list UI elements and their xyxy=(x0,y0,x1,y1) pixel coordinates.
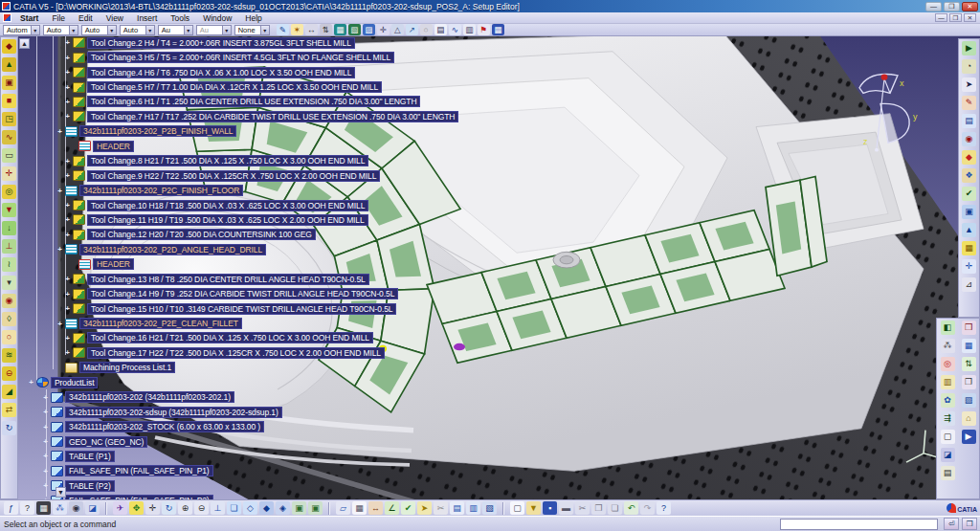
chevron-down-icon[interactable]: ▾ xyxy=(69,26,78,34)
tree-node-label[interactable]: TABLE (P1) xyxy=(65,451,115,462)
notebook-icon[interactable]: ▥ xyxy=(463,24,476,35)
multi-view-icon[interactable]: ❏ xyxy=(227,501,241,515)
in-process-model-icon[interactable]: ◧ xyxy=(941,321,955,335)
copy-transform-icon[interactable]: ❐ xyxy=(962,375,976,389)
fly-mode-icon[interactable]: ✈ xyxy=(113,501,127,515)
scene-2-icon[interactable]: ▣ xyxy=(308,501,323,515)
tree-node-label[interactable]: 342b1111pf0203-202_STOCK (6.00 x 63.00 x… xyxy=(65,421,264,432)
menu-item[interactable]: Start xyxy=(13,12,45,24)
tree-expander[interactable]: + xyxy=(56,245,64,254)
zoom-in-icon[interactable]: ⊕ xyxy=(178,501,192,515)
mdi-close-button[interactable]: ✕ xyxy=(964,13,976,22)
chart-window-icon[interactable]: ▧ xyxy=(482,501,497,515)
back-boring-icon[interactable]: ⊖ xyxy=(2,366,16,381)
cut-icon[interactable]: ✂ xyxy=(575,501,590,515)
tree-expander[interactable]: + xyxy=(56,127,64,136)
spline-icon[interactable]: ∿ xyxy=(449,24,461,35)
arrow-snap-icon[interactable]: ↗ xyxy=(406,24,418,35)
render-style-icon[interactable]: ▧ xyxy=(348,24,361,35)
curve-following-icon[interactable]: ∿ xyxy=(2,130,16,144)
time-analysis-icon[interactable]: ◔ xyxy=(962,59,976,74)
circle-tool-icon[interactable]: ○ xyxy=(420,24,433,35)
command-input[interactable] xyxy=(780,519,938,530)
tree-node-label[interactable]: Tool Change.7 H17 / T17 .252 DIA CARBIDE… xyxy=(87,111,458,122)
chevron-down-icon[interactable]: ▾ xyxy=(222,26,231,34)
plane-snap-icon[interactable]: △ xyxy=(391,24,404,35)
spot-drilling-icon[interactable]: ▼ xyxy=(2,203,16,217)
tree-node-label[interactable]: Tool Change.6 H1 / T1 .250 DIA CENTER DR… xyxy=(87,96,420,107)
fit-all-in-icon[interactable]: ✥ xyxy=(129,501,144,515)
batch-queue-icon[interactable]: ❒ xyxy=(962,321,976,335)
reorder-icon[interactable]: ⇅ xyxy=(962,357,976,371)
whats-this-icon[interactable]: ? xyxy=(657,501,671,515)
zoom-out-icon[interactable]: ⊖ xyxy=(194,501,209,515)
chevron-down-icon[interactable]: ▾ xyxy=(260,26,269,34)
tree-expander[interactable]: + xyxy=(41,452,50,460)
edit-operation-icon[interactable]: ✎ xyxy=(962,96,976,110)
open-document-icon[interactable]: ▼ xyxy=(526,501,541,515)
tree-node-label[interactable]: 342b1111pf0203-202-sdsup (342b1111pf0203… xyxy=(65,407,282,418)
tree-node-label[interactable]: 342b1111pf0203-202_P2C_FINISH_FLOOR xyxy=(79,185,243,196)
chevron-down-icon[interactable]: ▾ xyxy=(31,26,39,34)
tree-node-label[interactable]: Tool Change.9 H22 / T22 .500 DIA X .125C… xyxy=(87,170,380,182)
scene-image-icon[interactable]: ▨ xyxy=(363,24,375,35)
undo-icon[interactable]: ↶ xyxy=(624,501,638,515)
tree-node-label[interactable]: ProductList xyxy=(51,377,98,388)
tree-node-label[interactable]: Tool Change.12 H20 / T20 .500 DIA COUNTE… xyxy=(87,229,316,240)
menu-item[interactable]: Insert xyxy=(130,12,164,24)
tree-node-label[interactable]: Tool Change.14 H9 / T9 .252 DIA CARBIDE … xyxy=(87,288,398,299)
iso-view-icon[interactable]: ◇ xyxy=(243,501,257,515)
axis-transform-icon[interactable]: ✛ xyxy=(962,259,976,274)
post-processor-icon[interactable]: ⇶ xyxy=(941,411,955,426)
drilling-icon[interactable]: ↓ xyxy=(2,221,16,235)
auto-combo[interactable]: Autom ▾ xyxy=(3,25,40,35)
tree-node-label[interactable]: Tool Change.11 H19 / T19 .500 DIA X .03 … xyxy=(87,214,368,226)
auto-combo[interactable]: None ▾ xyxy=(234,25,270,35)
tree-expander[interactable]: + xyxy=(41,393,50,402)
tree-node-label[interactable]: HEADER xyxy=(93,141,134,152)
tree-expander[interactable]: + xyxy=(63,171,72,180)
pan-icon[interactable]: ✛ xyxy=(145,501,160,515)
export-video-icon[interactable]: ▶ xyxy=(962,430,976,444)
redo-icon[interactable]: ↷ xyxy=(640,501,655,515)
maximize-button[interactable]: ❐ xyxy=(944,2,960,11)
tree-node-label[interactable]: FAIL_SAFE_PIN (FAIL_SAFE_PIN_P1) xyxy=(65,465,213,476)
doc-window-icon[interactable]: ❒ xyxy=(962,518,977,530)
flag-note-icon[interactable]: ⚑ xyxy=(478,24,490,35)
menu-item[interactable]: Window xyxy=(196,12,238,24)
tree-node-label[interactable]: 342b1111pf0203-202 (342b1111pf0203-202.1… xyxy=(65,391,234,403)
photo-render-icon[interactable]: ❖ xyxy=(962,168,976,183)
tree-node-label[interactable]: Tool Change.2 H4 / T4 = 2.000+.06R INSER… xyxy=(87,37,355,49)
new-sheet-icon[interactable]: ▤ xyxy=(434,24,447,35)
tooltip-icon[interactable]: ? xyxy=(20,501,34,515)
chamfering-icon[interactable]: ◢ xyxy=(2,385,16,399)
tree-expander[interactable]: + xyxy=(41,481,50,490)
tree-node-label[interactable]: Tool Change.13 H8 / T8 .250 DIA CENTER D… xyxy=(87,274,369,285)
chevron-down-icon[interactable]: ▾ xyxy=(184,26,192,34)
sweep-roughing-icon[interactable]: ▲ xyxy=(2,57,16,72)
tree-expander[interactable]: + xyxy=(63,275,72,283)
tree-expander[interactable]: + xyxy=(63,201,72,210)
shaded-view-icon[interactable]: ◆ xyxy=(259,501,274,515)
video-simulation-icon[interactable]: ◉ xyxy=(962,132,976,146)
material-removal-icon[interactable]: ◆ xyxy=(962,150,976,165)
tree-expander[interactable]: + xyxy=(41,423,50,431)
tree-node-label[interactable]: HEADER xyxy=(93,258,134,270)
constraints-icon[interactable]: ⊿ xyxy=(962,277,976,292)
auto-combo[interactable]: Auto ▾ xyxy=(43,25,78,35)
eraser-prism-icon[interactable]: ▱ xyxy=(336,501,350,515)
new-document-icon[interactable]: ▢ xyxy=(510,501,524,515)
tree-expander[interactable]: + xyxy=(56,320,64,328)
drilling-dwell-icon[interactable]: ⊥ xyxy=(2,239,16,254)
table-grid-icon[interactable]: ▦ xyxy=(352,501,367,515)
key-option-icon[interactable]: ➤ xyxy=(417,501,432,515)
power-input-icon[interactable]: ⏎ xyxy=(944,518,959,530)
machine-sim-icon[interactable]: ▧ xyxy=(962,393,976,408)
boring-icon[interactable]: ◉ xyxy=(2,294,16,308)
circular-milling-icon[interactable]: ○ xyxy=(2,330,16,344)
tree-expander[interactable]: + xyxy=(63,54,72,62)
shop-floor-icon[interactable]: ⌂ xyxy=(962,411,976,426)
menu-item[interactable]: Edit xyxy=(72,12,100,24)
camera-capture-icon[interactable]: ◉ xyxy=(69,501,83,515)
worksheet-icon[interactable]: ▤ xyxy=(450,501,464,515)
